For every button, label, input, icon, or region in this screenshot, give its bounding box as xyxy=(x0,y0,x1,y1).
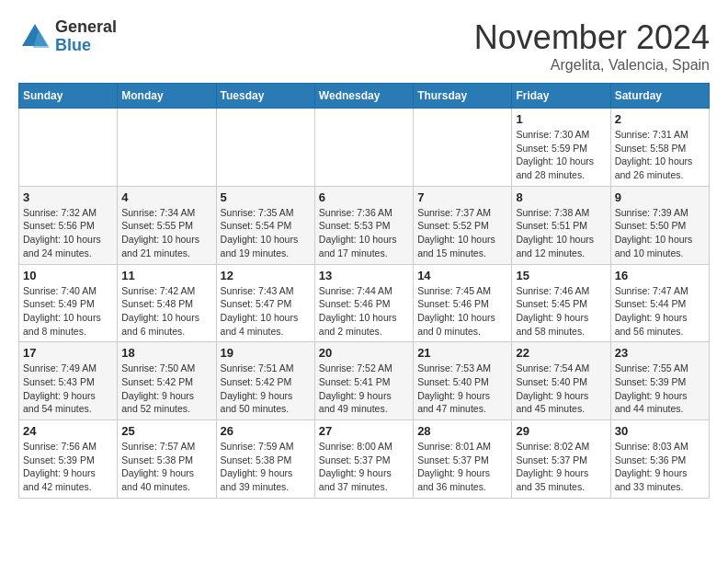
day-info: Sunrise: 7:32 AM Sunset: 5:56 PM Dayligh… xyxy=(23,206,113,260)
calendar-cell: 27Sunrise: 8:00 AM Sunset: 5:37 PM Dayli… xyxy=(314,420,413,499)
calendar-cell: 23Sunrise: 7:55 AM Sunset: 5:39 PM Dayli… xyxy=(610,342,709,420)
calendar-cell: 2Sunrise: 7:31 AM Sunset: 5:58 PM Daylig… xyxy=(610,109,709,187)
day-info: Sunrise: 8:02 AM Sunset: 5:37 PM Dayligh… xyxy=(516,440,606,494)
location-subtitle: Argelita, Valencia, Spain xyxy=(474,57,710,74)
calendar-cell xyxy=(414,109,512,187)
day-info: Sunrise: 8:00 AM Sunset: 5:37 PM Dayligh… xyxy=(319,440,409,494)
calendar-cell: 4Sunrise: 7:34 AM Sunset: 5:55 PM Daylig… xyxy=(118,186,216,264)
day-number: 19 xyxy=(221,346,311,360)
calendar-cell: 21Sunrise: 7:53 AM Sunset: 5:40 PM Dayli… xyxy=(414,342,512,420)
logo-icon xyxy=(18,20,51,53)
day-info: Sunrise: 8:03 AM Sunset: 5:36 PM Dayligh… xyxy=(615,440,705,494)
day-info: Sunrise: 7:49 AM Sunset: 5:43 PM Dayligh… xyxy=(23,362,113,416)
day-number: 9 xyxy=(615,190,705,204)
calendar-cell xyxy=(118,109,216,187)
day-info: Sunrise: 7:35 AM Sunset: 5:54 PM Dayligh… xyxy=(221,206,311,260)
day-number: 6 xyxy=(319,190,409,204)
day-info: Sunrise: 7:34 AM Sunset: 5:55 PM Dayligh… xyxy=(121,206,211,260)
day-info: Sunrise: 7:42 AM Sunset: 5:48 PM Dayligh… xyxy=(121,284,211,339)
calendar-table: SundayMondayTuesdayWednesdayThursdayFrid… xyxy=(18,83,710,499)
calendar-cell: 29Sunrise: 8:02 AM Sunset: 5:37 PM Dayli… xyxy=(512,420,610,499)
calendar-body: 1Sunrise: 7:30 AM Sunset: 5:59 PM Daylig… xyxy=(19,109,710,499)
weekday-header-row: SundayMondayTuesdayWednesdayThursdayFrid… xyxy=(19,84,710,109)
weekday-header-monday: Monday xyxy=(118,84,216,109)
day-info: Sunrise: 7:36 AM Sunset: 5:53 PM Dayligh… xyxy=(319,206,409,260)
calendar-cell: 8Sunrise: 7:38 AM Sunset: 5:51 PM Daylig… xyxy=(512,186,610,264)
weekday-header-friday: Friday xyxy=(512,84,610,109)
day-info: Sunrise: 7:45 AM Sunset: 5:46 PM Dayligh… xyxy=(417,284,507,339)
calendar-week-row: 3Sunrise: 7:32 AM Sunset: 5:56 PM Daylig… xyxy=(19,186,710,264)
day-info: Sunrise: 7:30 AM Sunset: 5:59 PM Dayligh… xyxy=(516,128,606,182)
day-number: 14 xyxy=(417,269,507,282)
day-info: Sunrise: 7:52 AM Sunset: 5:41 PM Dayligh… xyxy=(319,362,409,416)
day-number: 16 xyxy=(615,269,705,282)
day-number: 21 xyxy=(417,346,507,360)
calendar-week-row: 24Sunrise: 7:56 AM Sunset: 5:39 PM Dayli… xyxy=(19,420,710,499)
day-number: 22 xyxy=(516,346,606,360)
day-number: 25 xyxy=(121,424,211,438)
day-info: Sunrise: 7:59 AM Sunset: 5:38 PM Dayligh… xyxy=(221,440,311,494)
title-block: November 2024 Argelita, Valencia, Spain xyxy=(474,18,710,74)
calendar-cell: 14Sunrise: 7:45 AM Sunset: 5:46 PM Dayli… xyxy=(414,264,512,342)
day-number: 1 xyxy=(516,112,606,126)
day-info: Sunrise: 8:01 AM Sunset: 5:37 PM Dayligh… xyxy=(417,440,507,494)
day-info: Sunrise: 7:50 AM Sunset: 5:42 PM Dayligh… xyxy=(121,362,211,416)
calendar-cell xyxy=(19,109,118,187)
calendar-cell: 16Sunrise: 7:47 AM Sunset: 5:44 PM Dayli… xyxy=(610,264,709,342)
day-number: 4 xyxy=(121,190,211,204)
day-info: Sunrise: 7:37 AM Sunset: 5:52 PM Dayligh… xyxy=(417,206,507,260)
day-number: 27 xyxy=(319,424,409,438)
calendar-cell: 9Sunrise: 7:39 AM Sunset: 5:50 PM Daylig… xyxy=(610,186,709,264)
day-info: Sunrise: 7:57 AM Sunset: 5:38 PM Dayligh… xyxy=(121,440,211,494)
calendar-cell xyxy=(216,109,314,187)
day-info: Sunrise: 7:44 AM Sunset: 5:46 PM Dayligh… xyxy=(319,284,409,339)
calendar-cell: 1Sunrise: 7:30 AM Sunset: 5:59 PM Daylig… xyxy=(512,109,610,187)
day-number: 24 xyxy=(23,424,113,438)
calendar-cell: 10Sunrise: 7:40 AM Sunset: 5:49 PM Dayli… xyxy=(19,264,118,342)
weekday-header-tuesday: Tuesday xyxy=(216,84,314,109)
day-number: 17 xyxy=(23,346,113,360)
calendar-week-row: 1Sunrise: 7:30 AM Sunset: 5:59 PM Daylig… xyxy=(19,109,710,187)
day-number: 7 xyxy=(417,190,507,204)
day-number: 12 xyxy=(221,269,311,282)
day-info: Sunrise: 7:55 AM Sunset: 5:39 PM Dayligh… xyxy=(615,362,705,416)
day-info: Sunrise: 7:40 AM Sunset: 5:49 PM Dayligh… xyxy=(23,284,113,339)
day-number: 28 xyxy=(417,424,507,438)
day-number: 3 xyxy=(23,190,113,204)
calendar-cell: 5Sunrise: 7:35 AM Sunset: 5:54 PM Daylig… xyxy=(216,186,314,264)
month-title: November 2024 xyxy=(474,18,710,57)
calendar-cell: 12Sunrise: 7:43 AM Sunset: 5:47 PM Dayli… xyxy=(216,264,314,342)
calendar-cell: 17Sunrise: 7:49 AM Sunset: 5:43 PM Dayli… xyxy=(19,342,118,420)
weekday-header-wednesday: Wednesday xyxy=(314,84,413,109)
logo: General Blue xyxy=(18,18,117,55)
logo-text: General Blue xyxy=(55,18,117,55)
day-number: 20 xyxy=(319,346,409,360)
calendar-cell: 13Sunrise: 7:44 AM Sunset: 5:46 PM Dayli… xyxy=(314,264,413,342)
weekday-header-saturday: Saturday xyxy=(610,84,709,109)
day-number: 2 xyxy=(615,112,705,126)
day-number: 26 xyxy=(221,424,311,438)
day-number: 8 xyxy=(516,190,606,204)
calendar-week-row: 17Sunrise: 7:49 AM Sunset: 5:43 PM Dayli… xyxy=(19,342,710,420)
calendar-cell: 18Sunrise: 7:50 AM Sunset: 5:42 PM Dayli… xyxy=(118,342,216,420)
day-number: 13 xyxy=(319,269,409,282)
day-number: 15 xyxy=(516,269,606,282)
calendar-week-row: 10Sunrise: 7:40 AM Sunset: 5:49 PM Dayli… xyxy=(19,264,710,342)
day-info: Sunrise: 7:46 AM Sunset: 5:45 PM Dayligh… xyxy=(516,284,606,339)
logo-blue-text: Blue xyxy=(55,37,117,55)
calendar-header: SundayMondayTuesdayWednesdayThursdayFrid… xyxy=(19,84,710,109)
calendar-cell xyxy=(314,109,413,187)
day-info: Sunrise: 7:39 AM Sunset: 5:50 PM Dayligh… xyxy=(615,206,705,260)
day-info: Sunrise: 7:54 AM Sunset: 5:40 PM Dayligh… xyxy=(516,362,606,416)
calendar-cell: 22Sunrise: 7:54 AM Sunset: 5:40 PM Dayli… xyxy=(512,342,610,420)
weekday-header-sunday: Sunday xyxy=(19,84,118,109)
calendar-cell: 3Sunrise: 7:32 AM Sunset: 5:56 PM Daylig… xyxy=(19,186,118,264)
calendar-cell: 20Sunrise: 7:52 AM Sunset: 5:41 PM Dayli… xyxy=(314,342,413,420)
page-header: General Blue November 2024 Argelita, Val… xyxy=(18,18,710,74)
day-number: 10 xyxy=(23,269,113,282)
calendar-cell: 28Sunrise: 8:01 AM Sunset: 5:37 PM Dayli… xyxy=(414,420,512,499)
calendar-cell: 6Sunrise: 7:36 AM Sunset: 5:53 PM Daylig… xyxy=(314,186,413,264)
calendar-cell: 15Sunrise: 7:46 AM Sunset: 5:45 PM Dayli… xyxy=(512,264,610,342)
day-number: 18 xyxy=(121,346,211,360)
day-info: Sunrise: 7:56 AM Sunset: 5:39 PM Dayligh… xyxy=(23,440,113,494)
